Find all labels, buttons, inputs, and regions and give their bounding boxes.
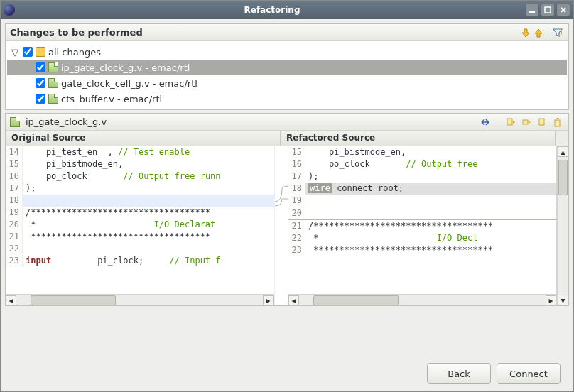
diff-filename: ip_gate_clock_g.v — [26, 116, 107, 127]
original-pane: 14 pi_test_en , // Test enable15 pi_bist… — [6, 146, 274, 305]
root-checkbox[interactable] — [23, 47, 33, 57]
svg-rect-0 — [529, 11, 535, 13]
next-change-icon[interactable] — [519, 26, 532, 39]
diff-panel: ip_gate_clock_g.v Original Source Refact… — [5, 113, 569, 306]
scroll-thumb[interactable] — [558, 160, 568, 195]
svg-rect-1 — [545, 7, 551, 13]
next-diff-icon[interactable] — [536, 116, 548, 129]
changes-header: Changes to be performed — [10, 27, 143, 38]
prev-change-icon[interactable] — [532, 26, 545, 39]
root-label: all changes — [48, 47, 101, 58]
button-bar: Back Connect — [5, 306, 569, 384]
item-loc: emac/rtl — [159, 78, 197, 89]
svg-rect-5 — [507, 119, 512, 125]
connect-button[interactable]: Connect — [497, 363, 561, 384]
window-title: Refactoring — [19, 5, 525, 15]
window-minimize-button[interactable] — [525, 4, 539, 16]
copy-left-right-icon[interactable] — [479, 116, 492, 129]
item-loc: emac/rtl — [151, 62, 190, 73]
prev-diff-icon[interactable] — [551, 116, 564, 129]
original-code[interactable]: 14 pi_test_en , // Test enable15 pi_bist… — [6, 146, 274, 294]
original-header: Original Source — [6, 131, 281, 146]
scroll-right-icon[interactable]: ▸ — [546, 295, 556, 305]
scroll-thumb[interactable] — [313, 295, 399, 305]
filter-icon[interactable] — [551, 26, 564, 39]
window-close-button[interactable] — [556, 4, 570, 16]
scroll-thumb[interactable] — [31, 295, 116, 305]
v-scrollbar[interactable]: ▴ ▾ — [557, 146, 568, 305]
item-file: gate_clock_cell_g.v — [61, 78, 150, 89]
scroll-down-icon[interactable]: ▾ — [558, 295, 568, 305]
tree-item[interactable]: gate_clock_cell_g.v - emac/rtl — [7, 75, 567, 91]
scroll-up-icon[interactable]: ▴ — [558, 146, 568, 157]
item-file: cts_buffer.v — [61, 94, 114, 104]
diff-gutter — [274, 146, 288, 305]
h-scrollbar[interactable]: ◂ ▸ — [6, 294, 274, 305]
item-checkbox[interactable] — [36, 78, 45, 88]
item-file: ip_gate_clock_g.v — [61, 62, 142, 73]
svg-rect-6 — [523, 120, 528, 124]
expand-toggle-icon[interactable]: ▽ — [10, 47, 20, 58]
scroll-right-icon[interactable]: ▸ — [263, 295, 274, 305]
scroll-left-icon[interactable]: ◂ — [6, 295, 16, 305]
file-icon — [48, 62, 58, 72]
h-scrollbar[interactable]: ◂ ▸ — [288, 294, 556, 305]
svg-rect-7 — [539, 119, 544, 125]
item-checkbox[interactable] — [36, 62, 45, 72]
window-maximize-button[interactable] — [541, 4, 555, 16]
copy-current-right-icon[interactable] — [520, 116, 533, 129]
item-loc: emac/rtl — [124, 94, 162, 104]
app-icon — [4, 4, 15, 16]
changes-icon — [36, 47, 45, 57]
changes-tree: ▽ all changes ip_gate_clock_g.v - emac/r… — [6, 41, 568, 109]
item-checkbox[interactable] — [36, 94, 45, 104]
tree-item[interactable]: cts_buffer.v - emac/rtl — [7, 91, 567, 107]
file-icon — [10, 117, 20, 127]
file-icon — [48, 94, 58, 104]
refactored-code[interactable]: 15 pi_bistmode_en,16 po_clock // Output … — [288, 146, 556, 294]
back-button[interactable]: Back — [427, 363, 491, 384]
svg-point-3 — [561, 31, 562, 33]
svg-point-2 — [561, 29, 562, 31]
tree-root[interactable]: ▽ all changes — [7, 44, 567, 60]
svg-rect-8 — [555, 120, 560, 126]
changes-panel: Changes to be performed ▽ all changes ip… — [5, 23, 569, 110]
refactored-header: Refactored Source — [281, 131, 556, 146]
copy-all-right-icon[interactable] — [504, 116, 517, 129]
tree-item[interactable]: ip_gate_clock_g.v - emac/rtl — [7, 60, 567, 75]
window-titlebar: Refactoring — [1, 1, 573, 19]
refactored-pane: 15 pi_bistmode_en,16 po_clock // Output … — [288, 146, 557, 305]
file-icon — [48, 78, 58, 88]
scroll-left-icon[interactable]: ◂ — [288, 295, 299, 305]
svg-point-4 — [561, 33, 562, 35]
